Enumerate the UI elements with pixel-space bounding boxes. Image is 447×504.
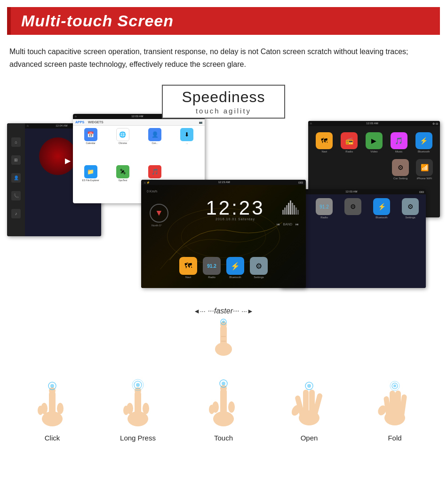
header-title: Multi-touch Screen: [16, 12, 174, 30]
svg-point-28: [220, 385, 227, 392]
svg-rect-27: [220, 388, 227, 418]
gesture-longpress-label: Long Press: [120, 434, 156, 442]
dark-app-bt: ⚡ Bluetooth: [415, 132, 432, 153]
app-label-gpstest: GpsTest: [119, 179, 127, 182]
bottom-bt: ⚡ Bluetooth: [226, 257, 244, 279]
gesture-touch: Touch: [202, 376, 245, 442]
speediness-subtitle: touch agility: [182, 107, 265, 115]
compass-arrow: ▲: [155, 208, 163, 218]
open-hand-svg: [288, 376, 330, 428]
app-icon-instr: 🎵: [148, 165, 161, 178]
screen-center-main: ⌂ ⚡ 12:23 AM ⊟⊟ 0 Km/h: [141, 180, 306, 288]
svg-rect-44: [390, 391, 395, 417]
fold-hand-svg: [374, 376, 416, 428]
app-label-calendar: Calendar: [86, 142, 95, 144]
bottom-radio-icon: 91.2: [203, 257, 221, 275]
svg-rect-36: [303, 390, 309, 417]
app-calendar: 📅 Calendar: [75, 128, 106, 164]
svg-point-31: [209, 405, 215, 414]
apps-dark-area: 🗺 Navi 📻 Radio ▶ Video 🎵 Music: [308, 126, 440, 182]
cr-icon-radio: 91.2: [316, 198, 333, 215]
app-icon-gpstest: 🛰: [116, 165, 129, 178]
pointing-hand-svg: [207, 315, 240, 358]
dark-label-wifi: iPhone WiFi: [417, 177, 432, 180]
app-label-chrome: Chrome: [119, 142, 127, 144]
cr-icon-bt: ⚡: [373, 198, 390, 215]
bottom-radio-label: Radio: [208, 276, 216, 279]
gesture-click: Click: [31, 376, 73, 442]
app-icon-contacts: 👤: [148, 128, 161, 141]
bottom-navi-label: Navi: [185, 276, 191, 279]
bottom-navi: 🗺 Navi: [179, 257, 197, 279]
cr-label-radio: Radio: [320, 216, 328, 219]
dark-app-navi: 🗺 Navi: [316, 132, 333, 153]
dark-icon-bt: ⚡: [415, 132, 432, 149]
dark-app-music: 🎵 Music: [391, 132, 407, 153]
screenshots-area: ⌂ ⊞ 👤 📞 ♪ ⌂ 12:04 AM ⊟⊟ ▶ ⌂: [7, 114, 440, 302]
description-text: Multi touch capacitive screen operation,…: [0, 35, 447, 75]
sidebar-icon-phone: 📞: [11, 191, 21, 200]
apps-header: APPS WIDGETS 📷: [73, 119, 205, 126]
touch-hand-svg: [202, 376, 245, 428]
bar-4: [288, 203, 289, 215]
gesture-open-label: Open: [301, 434, 318, 442]
click-hand-svg: [31, 376, 73, 428]
svg-point-50: [393, 384, 396, 387]
svg-point-41: [307, 384, 311, 388]
svg-point-13: [57, 403, 64, 414]
svg-point-1: [181, 216, 265, 258]
gesture-fold: Fold: [374, 376, 416, 442]
clock-time-display: 12:23 2016.10.01 Saturday: [206, 197, 264, 221]
faster-label: ···faster···: [208, 307, 239, 315]
gesture-open: Open: [288, 376, 330, 442]
bottom-icons-row: 🗺 Navi 91.2 Radio ⚡ Bluetooth ⚙ Settings: [179, 257, 268, 279]
dark-icon-wifi: 📶: [416, 159, 433, 176]
bar-3: [286, 205, 287, 215]
cr-app-settings: ⚙ Settings: [402, 198, 419, 219]
description-paragraph: Multi touch capacitive screen operation,…: [9, 45, 438, 71]
sidebar-icon-grid: ⊞: [11, 155, 21, 165]
app-esfile: 📁 ES File Explorer: [75, 165, 106, 201]
car-settings-row: ⚙ Car Setting 📶 iPhone WiFi: [311, 159, 438, 180]
bar-8: [295, 208, 297, 215]
dark-icon-carsetting: ⚙: [392, 159, 409, 176]
speed-display: 0 Km/h: [147, 190, 157, 193]
sidebar-icons: ⌂ ⊞ 👤 📞 ♪: [7, 123, 25, 236]
bottom-radio: 91.2 Radio: [203, 257, 221, 279]
svg-point-16: [50, 384, 54, 388]
gesture-click-label: Click: [45, 434, 60, 442]
bar-5: [290, 200, 291, 215]
bar-7: [294, 205, 295, 215]
bar-6: [292, 203, 293, 215]
speediness-box: Speediness touch agility: [162, 85, 285, 119]
dark-app-video: ▶ Video: [366, 132, 383, 153]
app-icon-chrome: 🌐: [116, 128, 129, 141]
app-chrome: 🌐 Chrome: [107, 128, 138, 164]
svg-point-11: [49, 387, 56, 394]
cr-label-bt: Bluetooth: [375, 216, 387, 219]
svg-point-33: [222, 382, 225, 385]
cr-app-radio: 91.2 Radio: [316, 198, 333, 219]
apps-row-1: 🗺 Navi 📻 Radio ▶ Video 🎵 Music: [311, 128, 438, 157]
bar-chart: [282, 198, 299, 215]
header-banner: Multi-touch Screen: [7, 7, 440, 35]
sidebar-icon-home: ⌂: [11, 137, 21, 147]
cr-app-dial: ⚙: [344, 198, 361, 219]
gesture-fold-label: Fold: [388, 434, 401, 442]
app-label-esfile: ES File Explorer: [82, 179, 99, 182]
dark-label-carsetting: Car Setting: [393, 177, 407, 180]
dark-icon-navi: 🗺: [316, 132, 333, 149]
status-bar-main: ⌂ ⚡ 12:23 AM ⊟⊟: [141, 180, 306, 185]
dark-label-music: Music: [395, 150, 403, 153]
bar-2: [284, 208, 286, 215]
widgets-tab: WIDGETS: [88, 120, 104, 124]
bar-1: [282, 210, 284, 215]
app-contacts: 👤 Con...: [140, 128, 170, 164]
bottom-settings: ⚙ Settings: [250, 257, 268, 279]
app-icon-download: ⬇: [180, 128, 193, 141]
cr-app-bt: ⚡ Bluetooth: [373, 198, 390, 219]
app-label-contacts: Con...: [152, 142, 158, 144]
bottom-bt-label: Bluetooth: [229, 276, 241, 279]
app-label-download: ...: [186, 142, 188, 144]
right-arrow: ···►: [241, 307, 254, 315]
